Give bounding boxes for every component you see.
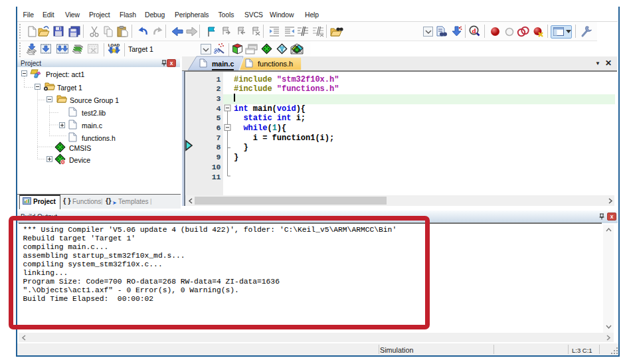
svg-text:d: d <box>472 27 476 35</box>
svg-text:LOAD: LOAD <box>108 43 120 47</box>
